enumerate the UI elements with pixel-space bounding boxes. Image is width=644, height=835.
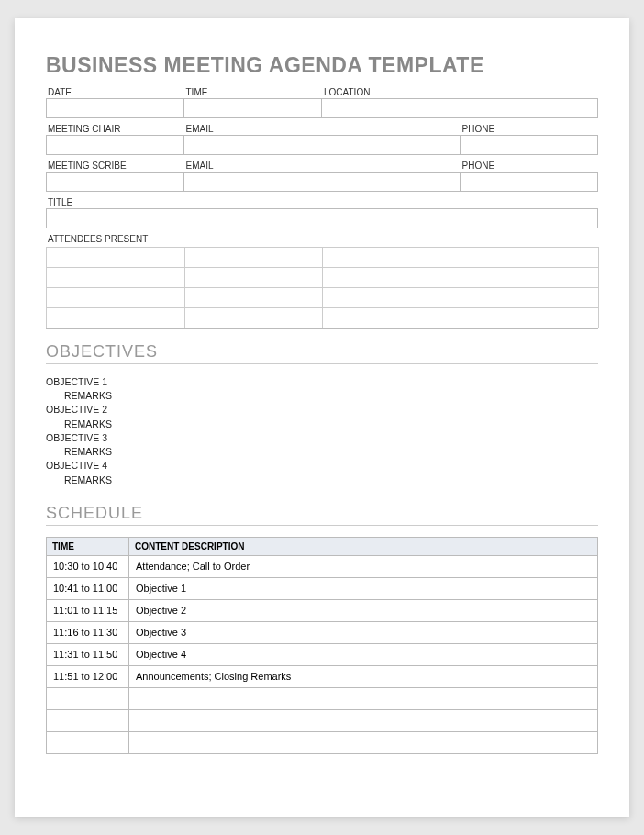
table-row [47,709,598,731]
cell-content: Objective 4 [129,643,598,665]
row-title: TITLE [46,195,598,228]
page-title: BUSINESS MEETING AGENDA TEMPLATE [46,53,598,78]
table-row: 11:16 to 11:30Objective 3 [47,621,598,643]
attendee-cell[interactable] [46,267,185,288]
objective-remarks: REMARKS [46,389,598,403]
objective-remarks: REMARKS [46,418,598,431]
attendees-grid [46,247,598,329]
table-row: 10:30 to 10:40Attendance; Call to Order [47,555,598,577]
field-label: MEETING SCRIBE [46,159,184,172]
field-input[interactable] [461,135,599,155]
field-label: MEETING CHAIR [46,122,184,135]
field-label: PHONE [461,122,599,135]
field-input[interactable] [184,135,461,155]
field-label: TIME [184,85,323,98]
table-row: 11:31 to 11:50Objective 4 [47,643,598,665]
field-label: LOCATION [322,85,598,98]
row-chair: MEETING CHAIREMAILPHONE [46,122,598,155]
cell-time: 11:51 to 12:00 [47,665,129,687]
cell-content [129,687,598,709]
header-time: TIME [47,537,129,555]
objective-remarks: REMARKS [46,445,598,459]
cell-time: 10:30 to 10:40 [47,555,129,577]
schedule-heading: SCHEDULE [46,504,598,526]
header-content: CONTENT DESCRIPTION [129,537,598,555]
field-time: TIME [184,85,323,118]
cell-time [47,709,129,731]
field-phone: PHONE [461,159,599,192]
cell-time: 11:01 to 11:15 [47,599,129,621]
page: BUSINESS MEETING AGENDA TEMPLATE DATETIM… [15,18,629,817]
field-email: EMAIL [184,122,461,155]
field-title: TITLE [46,195,598,228]
field-meeting-chair: MEETING CHAIR [46,122,184,155]
field-input[interactable] [322,98,598,118]
objective-label: OBJECTIVE 4 [46,459,598,473]
cell-time: 10:41 to 11:00 [47,577,129,599]
cell-time [47,731,129,753]
field-input[interactable] [46,135,184,155]
cell-content: Objective 3 [129,621,598,643]
field-email: EMAIL [184,159,461,192]
cell-content: Objective 2 [129,599,598,621]
attendee-cell[interactable] [46,287,185,308]
attendee-cell[interactable] [322,267,461,288]
table-row: 11:01 to 11:15Objective 2 [47,599,598,621]
field-label: EMAIL [184,122,461,135]
field-input[interactable] [184,172,461,192]
field-input[interactable] [46,208,598,228]
field-input[interactable] [461,172,599,192]
attendee-cell[interactable] [461,267,600,288]
table-row: 10:41 to 11:00Objective 1 [47,577,598,599]
attendee-cell[interactable] [184,267,324,288]
attendee-cell[interactable] [46,307,185,328]
field-label: DATE [46,85,184,98]
cell-content [129,731,598,753]
objective-remarks: REMARKS [46,473,598,487]
cell-time [47,687,129,709]
field-input[interactable] [184,98,323,118]
attendee-cell[interactable] [322,307,461,328]
cell-time: 11:16 to 11:30 [47,621,129,643]
attendees-label: ATTENDEES PRESENT [46,232,598,245]
cell-content: Announcements; Closing Remarks [129,665,598,687]
attendee-cell[interactable] [184,307,324,328]
field-label: EMAIL [184,159,461,172]
cell-content [129,709,598,731]
field-input[interactable] [46,98,184,118]
row-date-time-location: DATETIMELOCATION [46,85,598,118]
objectives-list: OBJECTIVE 1REMARKSOBJECTIVE 2REMARKSOBJE… [46,375,598,487]
attendee-cell[interactable] [322,287,461,308]
field-label: PHONE [461,159,599,172]
attendee-cell[interactable] [461,307,600,328]
field-input[interactable] [46,172,184,192]
table-row [47,731,598,753]
attendee-cell[interactable] [46,247,185,268]
objective-label: OBJECTIVE 1 [46,375,598,389]
cell-time: 11:31 to 11:50 [47,643,129,665]
objective-label: OBJECTIVE 3 [46,431,598,445]
attendee-cell[interactable] [322,247,461,268]
attendee-cell[interactable] [184,287,324,308]
field-phone: PHONE [461,122,599,155]
table-row [47,687,598,709]
attendee-cell[interactable] [461,287,600,308]
attendee-cell[interactable] [184,247,324,268]
field-date: DATE [46,85,184,118]
cell-content: Objective 1 [129,577,598,599]
attendee-cell[interactable] [461,247,600,268]
table-row: 11:51 to 12:00Announcements; Closing Rem… [47,665,598,687]
objectives-heading: OBJECTIVES [46,342,598,364]
field-location: LOCATION [322,85,598,118]
objective-label: OBJECTIVE 2 [46,403,598,417]
row-scribe: MEETING SCRIBEEMAILPHONE [46,159,598,192]
field-label: TITLE [46,195,598,208]
schedule-table: TIME CONTENT DESCRIPTION 10:30 to 10:40A… [46,537,598,754]
cell-content: Attendance; Call to Order [129,555,598,577]
schedule-body: 10:30 to 10:40Attendance; Call to Order1… [47,555,598,753]
field-meeting-scribe: MEETING SCRIBE [46,159,184,192]
